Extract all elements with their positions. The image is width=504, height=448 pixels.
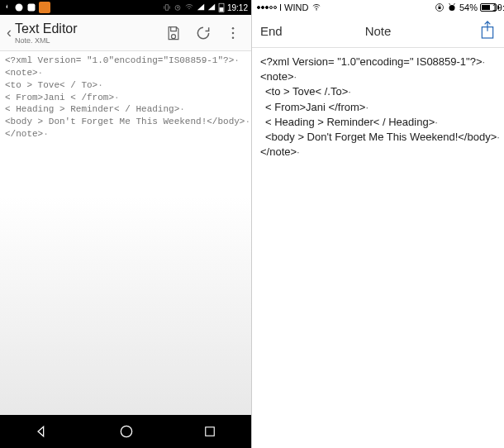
svg-rect-9 (206, 427, 215, 436)
save-button[interactable] (159, 18, 188, 48)
svg-rect-1 (28, 4, 36, 12)
svg-rect-12 (438, 7, 440, 9)
code-line: <?xml Version= "1.0"encoding="IS08859-1"… (5, 55, 246, 67)
app-title: Text Editor (15, 21, 159, 36)
wifi-icon (311, 3, 322, 12)
code-line: < Heading > Reminder< / Heading> (5, 103, 246, 116)
signal-icon-2 (207, 3, 216, 12)
signal-icon (257, 6, 277, 9)
carrier-label: I WIND (279, 2, 308, 12)
firefox-icon (14, 2, 24, 12)
svg-point-6 (232, 31, 235, 34)
ios-device-screen: I WIND 19:12 54% End Note (252, 0, 504, 448)
svg-point-8 (121, 426, 131, 436)
editor-content-area[interactable]: <?xml Version= "1.0"encoding="IS08859-1"… (0, 51, 251, 415)
download-icon (3, 3, 12, 12)
nav-back-icon[interactable] (34, 423, 50, 440)
note-line: </note> (260, 145, 496, 160)
more-vertical-icon (225, 25, 241, 41)
svg-point-5 (232, 26, 235, 29)
code-line: <body > Don't Forget Me This Weekend!</b… (5, 116, 246, 128)
note-line: <body > Don't Forget Me This Weekend!</b… (260, 130, 496, 145)
note-content-area[interactable]: <?xml Version= "1.0"encoding=" IS08859-1… (252, 48, 504, 448)
refresh-icon (195, 25, 212, 41)
overflow-menu-button[interactable] (218, 18, 248, 48)
code-line: < From>Jani < /from> (5, 92, 246, 104)
svg-point-0 (16, 4, 23, 12)
note-line: <?xml Version= "1.0"encoding=" IS08859-1… (260, 55, 496, 69)
vibrate-icon (163, 3, 171, 12)
svg-point-7 (232, 36, 235, 39)
nav-home-icon[interactable] (118, 423, 135, 440)
code-line: <note> (5, 67, 246, 79)
document-name: Note. XML (15, 36, 159, 45)
code-line: </note> (5, 128, 246, 141)
clock-time: 19:12 (227, 3, 248, 12)
instagram-icon (26, 2, 36, 12)
note-line: <note> (260, 69, 496, 84)
share-icon (479, 20, 496, 40)
alarm-icon (447, 2, 457, 12)
code-line: <to > Tove< / To> (5, 79, 246, 92)
save-icon (165, 25, 182, 41)
svg-point-13 (449, 5, 454, 11)
android-statusbar: 19:12 (0, 0, 251, 15)
note-line: <to > Tove< /.To> (260, 84, 496, 99)
ios-nav-header: End Note (252, 15, 504, 48)
nav-recent-icon[interactable] (202, 424, 217, 439)
battery-icon (480, 3, 499, 12)
wifi-icon (184, 3, 194, 12)
svg-point-10 (316, 9, 317, 10)
app-icon (39, 2, 50, 13)
back-chevron-icon[interactable]: ‹ (3, 24, 15, 41)
battery-icon (218, 2, 225, 12)
done-button[interactable]: End (260, 24, 283, 38)
note-line: < Heading > Reminder< / Heading> (260, 115, 496, 130)
note-title: Note (365, 24, 392, 38)
signal-icon (197, 3, 205, 12)
android-device-screen: 19:12 ‹ Text Editor Note. XML <?xml Vers… (0, 0, 252, 448)
alarm-icon (174, 3, 182, 12)
svg-rect-4 (220, 7, 224, 12)
android-app-header: ‹ Text Editor Note. XML (0, 15, 251, 51)
android-nav-bar (0, 415, 251, 448)
note-line: < From>Jani </from> (260, 100, 496, 115)
battery-percent: 54% (459, 2, 478, 12)
ios-statusbar: I WIND 19:12 54% (252, 0, 504, 15)
share-button[interactable] (479, 20, 496, 43)
orientation-lock-icon (435, 2, 445, 12)
refresh-button[interactable] (188, 18, 218, 48)
